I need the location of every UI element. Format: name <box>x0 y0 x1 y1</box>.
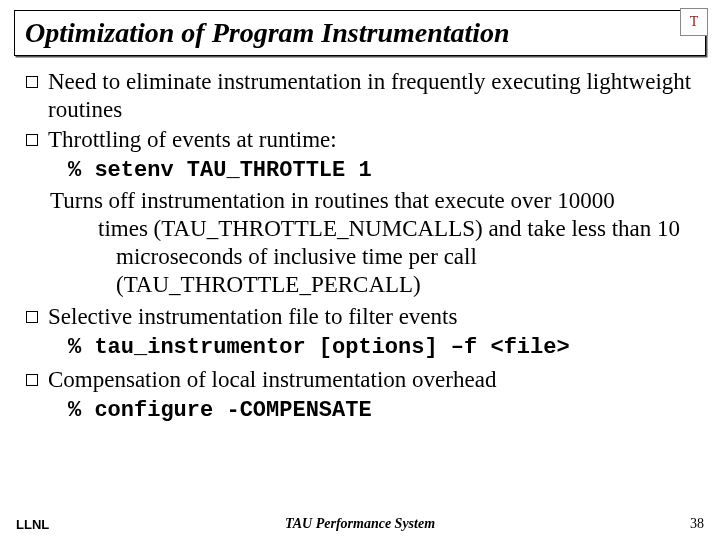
bullet-item: Throttling of events at runtime: <box>26 126 694 154</box>
bullet-item: Need to eliminate instrumentation in fre… <box>26 68 694 124</box>
explain-text: Turns off instrumentation in routines th… <box>50 187 694 215</box>
logo-icon: T <box>680 8 708 36</box>
bullet-item: Selective instrumentation file to filter… <box>26 303 694 331</box>
slide-content: Need to eliminate instrumentation in fre… <box>0 56 720 425</box>
bullet-text: Selective instrumentation file to filter… <box>48 303 694 331</box>
code-line: % setenv TAU_THROTTLE 1 <box>68 158 694 185</box>
square-bullet-icon <box>26 374 38 386</box>
code-line: % configure -COMPENSATE <box>68 398 694 425</box>
bullet-text: Throttling of events at runtime: <box>48 126 694 154</box>
logo-letter: T <box>690 14 699 30</box>
footer-center: TAU Performance System <box>285 516 435 532</box>
bullet-text: Compensation of local instrumentation ov… <box>48 366 694 394</box>
page-number: 38 <box>690 516 704 532</box>
slide-title-bar: Optimization of Program Instrumentation <box>14 10 706 56</box>
bullet-text: Need to eliminate instrumentation in fre… <box>48 68 694 124</box>
explain-line-1: Turns off instrumentation in routines th… <box>50 188 615 213</box>
footer-left: LLNL <box>16 517 49 532</box>
explain-text-rest: times (TAU_THROTTLE_NUMCALLS) and take l… <box>68 215 694 299</box>
bullet-item: Compensation of local instrumentation ov… <box>26 366 694 394</box>
square-bullet-icon <box>26 311 38 323</box>
slide-footer: LLNL TAU Performance System 38 <box>0 516 720 532</box>
code-line: % tau_instrumentor [options] –f <file> <box>68 335 694 362</box>
square-bullet-icon <box>26 134 38 146</box>
square-bullet-icon <box>26 76 38 88</box>
slide-title: Optimization of Program Instrumentation <box>25 17 510 48</box>
